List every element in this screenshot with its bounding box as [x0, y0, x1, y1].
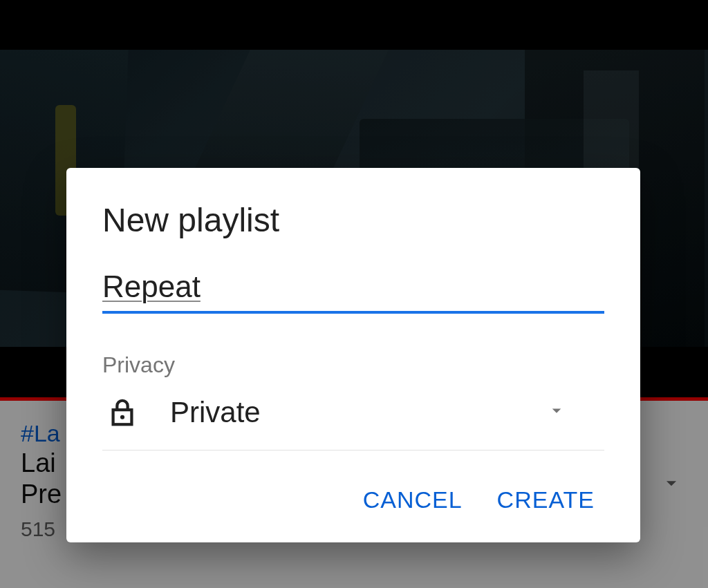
app-root: #La Lai Pre 515 New playlist Privacy Pri…	[0, 0, 708, 588]
dialog-actions: CANCEL CREATE	[102, 480, 604, 527]
lock-icon	[106, 397, 138, 428]
create-button[interactable]: CREATE	[492, 480, 600, 520]
dropdown-caret-icon	[546, 400, 567, 424]
new-playlist-dialog: New playlist Privacy Private CANCEL CREA…	[66, 168, 640, 542]
dialog-title: New playlist	[102, 201, 604, 239]
cancel-button[interactable]: CANCEL	[357, 480, 468, 520]
svg-point-1	[120, 415, 124, 419]
privacy-value: Private	[170, 396, 261, 429]
privacy-label: Privacy	[102, 352, 604, 378]
playlist-title-input[interactable]	[102, 269, 604, 314]
privacy-dropdown[interactable]: Private	[102, 381, 604, 451]
